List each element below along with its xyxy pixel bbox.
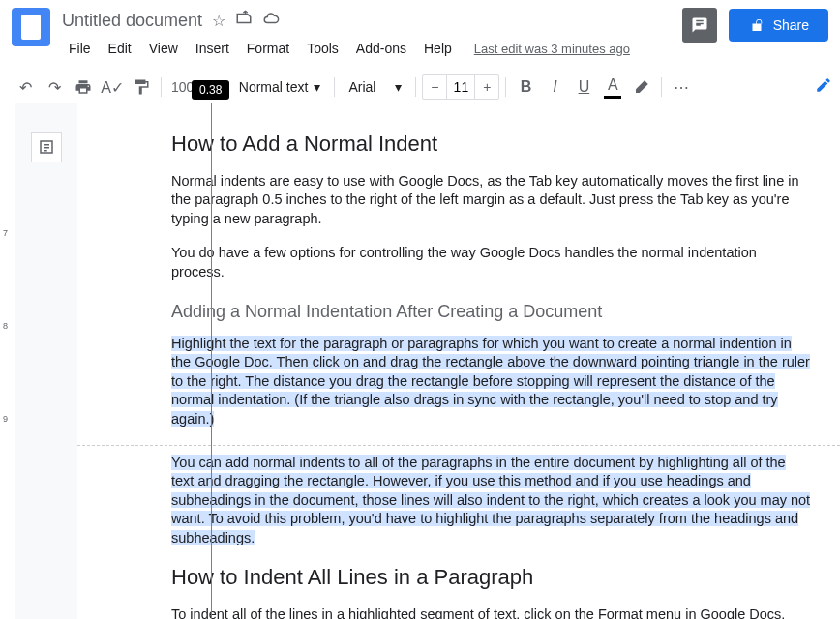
print-button[interactable] xyxy=(70,74,97,101)
spellcheck-button[interactable]: A✓ xyxy=(99,74,126,101)
more-tools-button[interactable]: ⋯ xyxy=(668,74,695,101)
cloud-status-icon[interactable] xyxy=(262,10,280,31)
menu-help[interactable]: Help xyxy=(417,37,459,60)
move-icon[interactable] xyxy=(235,10,253,31)
menu-tools[interactable]: Tools xyxy=(300,37,345,60)
menu-format[interactable]: Format xyxy=(240,37,296,60)
highlight-button[interactable] xyxy=(628,74,655,101)
paragraph: You can add normal indents to all of the… xyxy=(171,454,811,548)
vertical-ruler[interactable]: 7 8 9 xyxy=(0,103,15,619)
paragraph: To indent all of the lines in a highligh… xyxy=(171,605,811,619)
vruler-mark: 9 xyxy=(3,414,8,424)
redo-button[interactable]: ↷ xyxy=(41,74,68,101)
share-button[interactable]: Share xyxy=(729,9,828,42)
indent-guide-line xyxy=(211,103,212,619)
document-title[interactable]: Untitled document xyxy=(62,11,202,31)
italic-button[interactable]: I xyxy=(541,74,568,101)
paragraph: Highlight the text for the paragraph or … xyxy=(171,335,811,429)
paint-format-button[interactable] xyxy=(128,74,155,101)
heading-1: How to Indent All Lines in a Paragraph xyxy=(171,563,811,592)
text-color-button[interactable]: A xyxy=(599,74,626,101)
share-label: Share xyxy=(773,17,809,33)
menu-addons[interactable]: Add-ons xyxy=(349,37,413,60)
underline-button[interactable]: U xyxy=(570,74,597,101)
font-size-increase[interactable]: + xyxy=(475,75,498,99)
menu-view[interactable]: View xyxy=(142,37,185,60)
docs-logo-icon[interactable] xyxy=(12,8,50,46)
paragraph-style-select[interactable]: Normal text ▾ xyxy=(231,79,329,95)
heading-1: How to Add a Normal Indent xyxy=(171,130,811,159)
font-size-decrease[interactable]: − xyxy=(423,75,446,99)
document-page[interactable]: How to Add a Normal Indent Normal indent… xyxy=(77,103,840,619)
menu-insert[interactable]: Insert xyxy=(189,37,236,60)
vruler-mark: 7 xyxy=(3,228,8,238)
font-size-input[interactable]: 11 xyxy=(446,75,475,99)
menu-edit[interactable]: Edit xyxy=(102,37,138,60)
menu-file[interactable]: File xyxy=(62,37,98,60)
paragraph: You do have a few options for controllin… xyxy=(171,244,811,281)
font-select[interactable]: Arial ▾ xyxy=(341,79,409,95)
comments-button[interactable] xyxy=(682,8,717,43)
star-icon[interactable]: ☆ xyxy=(212,12,225,30)
style-value: Normal text xyxy=(239,79,309,95)
bold-button[interactable]: B xyxy=(512,74,539,101)
vruler-mark: 8 xyxy=(3,321,8,331)
heading-2: Adding a Normal Indentation After Creati… xyxy=(171,300,811,323)
paragraph: Normal indents are easy to use with Goog… xyxy=(171,172,811,229)
undo-button[interactable]: ↶ xyxy=(12,74,39,101)
page-break xyxy=(77,445,840,446)
last-edit-link[interactable]: Last edit was 3 minutes ago xyxy=(474,42,630,56)
font-value: Arial xyxy=(348,79,375,95)
indent-tooltip: 0.38 xyxy=(192,80,229,100)
outline-toggle-button[interactable] xyxy=(31,132,62,162)
editing-mode-button[interactable] xyxy=(811,73,836,102)
